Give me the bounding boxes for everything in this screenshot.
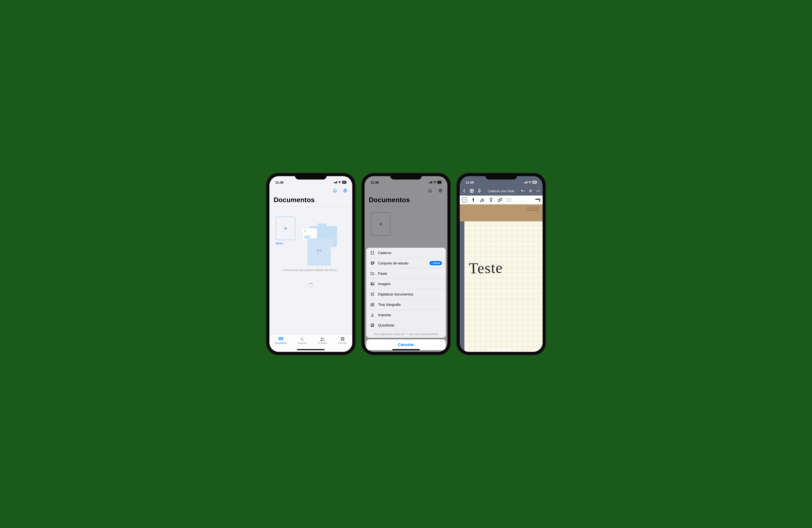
wifi-icon: [433, 181, 436, 183]
page-title: Documentos: [270, 195, 352, 206]
battery-badge: 92: [533, 181, 537, 184]
lasso-tool-icon[interactable]: [506, 197, 511, 202]
svg-rect-4: [278, 339, 280, 340]
tab-label: Pesquisar: [298, 342, 307, 344]
svg-line-31: [481, 200, 483, 201]
screen-notebook: 11:39 92 Caderno sem título: [460, 176, 542, 352]
svg-rect-1: [278, 337, 280, 338]
bookmark-icon: [340, 337, 345, 342]
svg-rect-25: [470, 191, 472, 193]
tab-label: Partilhado: [318, 342, 327, 344]
phone-2: 11:38 93 Documentos + Caderno: [362, 173, 450, 355]
menu-label: Pasta: [378, 272, 387, 276]
nav-left: [462, 188, 482, 193]
scan-icon: [370, 292, 375, 297]
svg-rect-12: [371, 251, 374, 255]
header-actions: [270, 186, 352, 195]
mic-icon[interactable]: [477, 188, 482, 193]
new-document-tile[interactable]: +: [371, 212, 390, 236]
wifi-icon: [338, 181, 341, 183]
illustration: u u⌣: [291, 222, 339, 260]
battery-badge: 93: [342, 181, 346, 184]
svg-rect-24: [472, 189, 474, 191]
notebook-cover: [460, 205, 542, 221]
header-actions: [365, 186, 447, 195]
menu-study-set[interactable]: Conjunto de estudo ✦Novo: [366, 258, 446, 269]
menu-import[interactable]: Importar: [366, 310, 446, 320]
svg-point-7: [301, 338, 303, 340]
notch: [295, 173, 327, 180]
action-sheet: Caderno Conjunto de estudo ✦Novo Pasta I…: [366, 248, 446, 350]
close-icon[interactable]: [528, 188, 533, 193]
camera-icon: [370, 302, 375, 307]
paper-page[interactable]: Teste: [464, 221, 542, 352]
signal-icon: [524, 181, 527, 183]
menu-label: Importar: [378, 313, 391, 317]
screen-documents: 11:38 93 Documentos + Novo... u: [270, 176, 352, 352]
gear-icon[interactable]: [437, 187, 443, 194]
tab-favorites[interactable]: Favoritos: [338, 337, 347, 352]
menu-photo[interactable]: Tirar fotografia: [366, 300, 446, 310]
menu-image[interactable]: Imagem: [366, 279, 446, 289]
bell-icon[interactable]: [427, 187, 433, 194]
status-time: 11:38: [371, 181, 378, 184]
svg-point-10: [323, 338, 324, 339]
notebook-title[interactable]: Caderno sem título: [488, 189, 515, 193]
gear-icon[interactable]: [342, 187, 348, 194]
people-icon: [320, 337, 325, 342]
tool-bar: [460, 196, 542, 205]
grid-icon[interactable]: [469, 188, 474, 193]
menu-label: QuickNote: [378, 323, 394, 327]
menu-label: Tirar fotografia: [378, 303, 401, 307]
tab-label: Documentos: [275, 342, 287, 344]
tab-documents[interactable]: Documentos: [275, 337, 287, 352]
status-time: 11:39: [466, 181, 474, 184]
shapes-tool-icon[interactable]: [497, 197, 503, 202]
status-right: 93: [429, 181, 441, 184]
eraser-tool-icon[interactable]: [480, 197, 485, 202]
svg-point-0: [345, 190, 346, 191]
nav-bar: Caderno sem título: [460, 186, 542, 196]
menu-label: Imagem: [378, 282, 391, 286]
back-icon[interactable]: [462, 188, 466, 193]
home-indicator[interactable]: [488, 349, 515, 350]
notch: [390, 173, 422, 180]
menu-notebook[interactable]: Caderno: [366, 248, 446, 258]
svg-rect-20: [372, 293, 373, 295]
home-indicator[interactable]: [297, 349, 324, 350]
folder-icon: [370, 271, 375, 276]
undo-icon[interactable]: [521, 188, 525, 193]
menu-scan[interactable]: Digitalizar documentos: [366, 289, 446, 300]
content-area: + Novo... u u⌣ A sincronizar documentos …: [270, 209, 352, 302]
pen-tool-icon[interactable]: [471, 197, 476, 202]
import-icon: [370, 313, 375, 317]
canvas-area[interactable]: Teste: [460, 205, 542, 352]
home-indicator[interactable]: [392, 349, 420, 350]
menu-folder[interactable]: Pasta: [366, 269, 446, 279]
svg-point-11: [440, 190, 441, 191]
bell-icon[interactable]: [332, 187, 338, 194]
nav-right: [521, 188, 540, 193]
svg-rect-35: [535, 199, 540, 200]
signal-icon: [429, 181, 432, 183]
status-time: 11:38: [275, 181, 284, 184]
svg-rect-3: [282, 337, 283, 338]
svg-point-34: [507, 198, 511, 201]
highlighter-tool-icon[interactable]: [489, 197, 494, 202]
separator: [523, 197, 524, 203]
phone-1: 11:38 93 Documentos + Novo... u: [266, 173, 355, 355]
status-right: 92: [524, 181, 537, 184]
svg-point-36: [539, 200, 540, 201]
menu-quicknote[interactable]: QuickNote: [366, 320, 446, 331]
sheet-hint: Dica: toque duas vezes em "+" para criar…: [366, 331, 446, 338]
svg-point-21: [372, 304, 373, 305]
more-icon[interactable]: [536, 188, 540, 193]
svg-rect-23: [470, 189, 472, 191]
cancel-button[interactable]: Cancelar: [366, 340, 446, 350]
cards-icon: [370, 261, 375, 266]
svg-point-9: [321, 337, 322, 339]
zoom-tool-icon[interactable]: [462, 197, 467, 202]
image-icon: [370, 282, 375, 286]
svg-rect-27: [479, 189, 480, 191]
style-tool-icon[interactable]: [535, 197, 540, 202]
